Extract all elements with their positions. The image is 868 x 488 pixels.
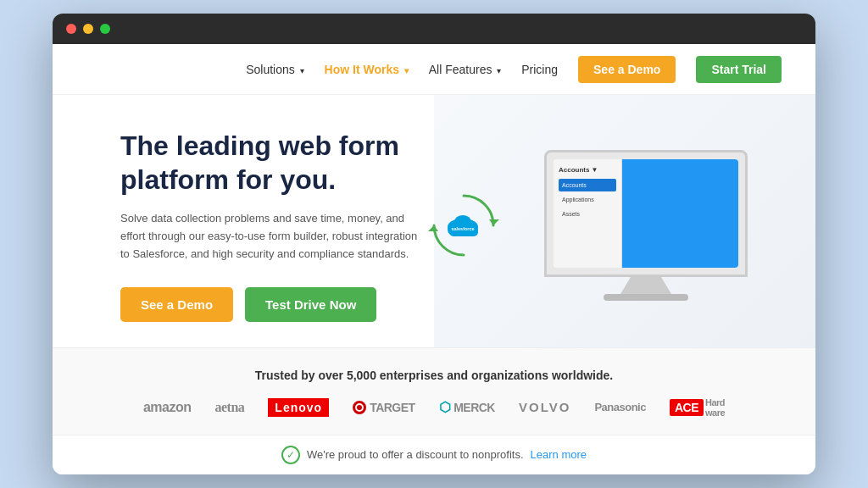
close-button-dot[interactable] (66, 24, 76, 34)
monitor-stand (620, 277, 671, 294)
hero-section: The leading web form platform for you. S… (53, 95, 815, 347)
nav-solutions[interactable]: Solutions ▾ (246, 63, 303, 76)
salesforce-integration-icon: salesforce (426, 187, 502, 263)
target-circle-icon (353, 401, 366, 414)
browser-body: Solutions ▾ How It Works ▾ All Features … (53, 44, 815, 474)
see-demo-hero-button[interactable]: See a Demo (120, 287, 233, 322)
navbar: Solutions ▾ How It Works ▾ All Features … (53, 44, 815, 95)
trusted-title: Trusted by over 5,000 enterprises and or… (86, 369, 782, 382)
minimize-button-dot[interactable] (83, 24, 93, 34)
nonprofit-icon: ✓ (281, 446, 300, 464)
chevron-down-icon: ▾ (298, 66, 304, 75)
chevron-down-icon: ▾ (494, 66, 501, 75)
nonprofit-bar: ✓ We're proud to offer a discount to non… (53, 435, 815, 474)
monitor-screen: Accounts ▼ Accounts Applications Assets (544, 150, 748, 277)
browser-window: Solutions ▾ How It Works ▾ All Features … (53, 14, 815, 474)
volvo-logo: VOLVO (519, 400, 570, 414)
chevron-down-icon: ▾ (402, 66, 409, 75)
nonprofit-text: We're proud to offer a discount to nonpr… (307, 448, 524, 461)
svg-text:salesforce: salesforce (451, 226, 474, 231)
browser-chrome (53, 14, 815, 44)
svg-marker-1 (428, 225, 438, 231)
test-drive-hero-button[interactable]: Test Drive Now (245, 287, 376, 322)
amazon-logo: amazon (143, 400, 192, 415)
monitor-illustration: Accounts ▼ Accounts Applications Assets (544, 150, 748, 301)
see-demo-nav-button[interactable]: See a Demo (578, 56, 676, 83)
merck-hex-icon: ⬡ (439, 399, 451, 415)
hero-content: The leading web form platform for you. S… (120, 129, 426, 321)
hero-cta-buttons: See a Demo Test Drive Now (120, 287, 426, 322)
hero-title: The leading web form platform for you. (120, 129, 426, 197)
nav-all-features[interactable]: All Features ▾ (429, 63, 501, 76)
hero-description: Solve data collection problems and save … (120, 210, 426, 263)
monitor-base (604, 294, 688, 301)
screen-header: Accounts ▼ (559, 166, 616, 174)
aetna-logo: aetna (215, 400, 245, 415)
trusted-section: Trusted by over 5,000 enterprises and or… (53, 347, 815, 435)
lenovo-logo: Lenovo (268, 400, 329, 415)
svg-marker-0 (489, 219, 499, 225)
logos-row: amazon aetna Lenovo TARGET (86, 397, 782, 418)
nav-how-it-works[interactable]: How It Works ▾ (325, 63, 409, 76)
screen-item-accounts: Accounts (559, 179, 616, 191)
hero-illustration: salesforce Accounts ▼ (426, 132, 748, 319)
maximize-button-dot[interactable] (100, 24, 110, 34)
nav-pricing[interactable]: Pricing (521, 63, 558, 76)
screen-item-applications: Applications (559, 193, 616, 206)
merck-logo: ⬡ MERCK (439, 399, 495, 415)
learn-more-link[interactable]: Learn more (531, 448, 587, 461)
panasonic-logo: Panasonic (594, 401, 646, 413)
start-trial-nav-button[interactable]: Start Trial (696, 56, 782, 83)
ace-hardware-logo: ACE Hardware (670, 397, 725, 418)
screen-content-area (621, 159, 738, 268)
screen-item-assets: Assets (559, 208, 616, 220)
target-logo: TARGET (353, 401, 415, 414)
